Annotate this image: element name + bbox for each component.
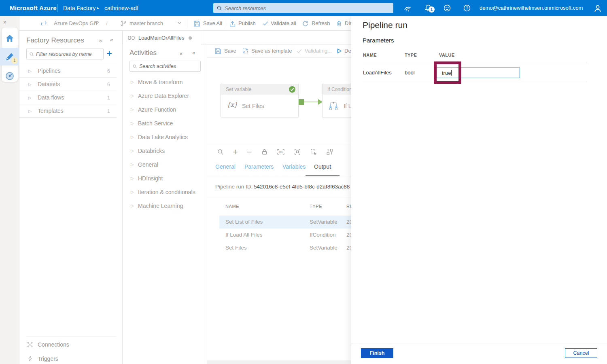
feedback-signal-icon[interactable]: [403, 4, 412, 13]
chevron-right-icon[interactable]: ▷: [131, 144, 134, 158]
table-row[interactable]: Set Files SetVariable 2019: [207, 241, 351, 254]
activity-category[interactable]: ▷Machine Learning: [123, 199, 207, 213]
notifications-bell-icon[interactable]: 1: [424, 4, 433, 13]
divider: [363, 82, 587, 82]
refresh-button[interactable]: Refresh: [312, 16, 330, 30]
activity-category[interactable]: ▷Databricks: [123, 144, 207, 158]
account-email[interactable]: demo@cathrinewilhelmsen.onmicrosoft.com: [480, 0, 583, 16]
chevron-down-icon[interactable]: [177, 21, 184, 28]
activities-search-input[interactable]: [139, 63, 198, 69]
tab-loadmainorallfiles[interactable]: LoadMainOrAllFiles: [123, 31, 201, 45]
tree-item-datasets[interactable]: ▷ Datasets 6: [19, 78, 117, 91]
feedback-smiley-icon[interactable]: [443, 4, 452, 13]
finish-button[interactable]: Finish: [361, 348, 393, 358]
activity-name: If Load All Files: [344, 95, 351, 117]
category-label: General: [138, 158, 158, 171]
chevron-right-icon[interactable]: ▷: [131, 171, 134, 185]
parameter-type: bool: [405, 68, 415, 78]
zoom-100-icon[interactable]: 00%: [277, 148, 285, 155]
activity-category[interactable]: ▷General: [123, 158, 207, 171]
chevron-right-icon[interactable]: ▷: [131, 116, 134, 130]
azure-brand[interactable]: Microsoft Azure: [10, 0, 57, 16]
save-all-button[interactable]: Save All: [203, 16, 222, 30]
collapse-all-icon[interactable]: «: [97, 40, 103, 42]
tab-output[interactable]: Output: [306, 159, 340, 176]
chevron-right-icon[interactable]: ▷: [28, 64, 32, 78]
table-row[interactable]: If Load All Files IfCondition 2019: [207, 229, 351, 241]
help-icon[interactable]: ?: [463, 4, 472, 13]
activity-category[interactable]: ▷Azure Function: [123, 103, 207, 116]
horizontal-scrollbar[interactable]: [207, 360, 351, 364]
branch-selector[interactable]: master branch: [129, 16, 163, 30]
collapse-all-icon[interactable]: «: [178, 53, 184, 55]
validate-all-button[interactable]: Validate all: [271, 16, 296, 30]
chevron-right-icon[interactable]: ▷: [28, 78, 32, 91]
tab-parameters[interactable]: Parameters: [244, 159, 274, 175]
panel-title: Activities: [129, 49, 157, 57]
activity-type: If Condition: [323, 84, 351, 95]
connections-item[interactable]: Connections: [19, 338, 117, 351]
tree-item-data-flows[interactable]: ▷ Data flows 1: [19, 91, 117, 104]
tree-item-pipelines[interactable]: ▷ Pipelines 6: [19, 64, 117, 78]
publish-button[interactable]: Publish: [238, 16, 256, 30]
repo-selector[interactable]: Azure DevOps GIT: [54, 16, 98, 30]
breadcrumb-app[interactable]: Data Factory: [63, 0, 96, 16]
canvas-search-icon[interactable]: [217, 148, 224, 155]
account-person-icon[interactable]: [593, 4, 602, 13]
activity-node-if-condition[interactable]: If Condition If Load All Files: [322, 84, 351, 117]
activity-category[interactable]: ▷Iteration & conditionals: [123, 185, 207, 199]
auto-align-icon[interactable]: [326, 148, 333, 155]
collapse-panel-icon[interactable]: «: [110, 37, 113, 43]
resource-filter-input[interactable]: [36, 51, 101, 57]
resource-filter[interactable]: [26, 49, 104, 59]
save-all-icon: [193, 20, 200, 27]
nav-author[interactable]: 1: [0, 48, 19, 66]
tree-item-templates[interactable]: ▷ Templates 1: [19, 104, 117, 118]
activities-search[interactable]: [129, 61, 201, 72]
save-as-template-button[interactable]: Save as template: [251, 44, 292, 57]
add-resource-button[interactable]: +: [106, 48, 112, 59]
fit-to-screen-icon[interactable]: [294, 148, 301, 155]
chevron-right-icon[interactable]: ▷: [131, 75, 134, 89]
connector-line: [304, 102, 318, 102]
output-table: NAME TYPE RUN START Set List of Files Se…: [207, 197, 351, 270]
nav-monitor[interactable]: [0, 67, 19, 85]
chevron-right-icon[interactable]: ▷: [28, 91, 32, 104]
save-button[interactable]: Save: [224, 44, 236, 57]
lock-icon[interactable]: [261, 148, 268, 155]
zoom-in-icon[interactable]: +: [233, 148, 238, 155]
expand-rail-icon[interactable]: »: [3, 19, 6, 25]
activity-category[interactable]: ▷Move & transform: [123, 75, 207, 89]
chevron-right-icon[interactable]: ▷: [131, 158, 134, 171]
search-input[interactable]: [225, 5, 390, 11]
zoom-out-icon[interactable]: −: [247, 148, 252, 155]
collapse-panel-icon[interactable]: «: [192, 50, 195, 56]
chevron-down-icon[interactable]: [95, 21, 101, 28]
chevron-right-icon[interactable]: ▷: [131, 199, 134, 213]
category-label: Databricks: [138, 144, 165, 158]
tab-variables[interactable]: Variables: [282, 159, 306, 175]
run-id-value: 542016c8-e5ef-4fd5-bf8c-d2af8f63ac88: [254, 177, 350, 197]
chevron-right-icon[interactable]: ▷: [28, 104, 32, 118]
chevron-right-icon[interactable]: ▷: [131, 103, 134, 116]
chevron-right-icon[interactable]: ▷: [131, 89, 134, 103]
global-search[interactable]: [213, 3, 393, 13]
table-row[interactable]: Set List of Files SetVariable 2019: [219, 216, 351, 229]
tab-general[interactable]: General: [215, 159, 236, 175]
cancel-button[interactable]: Cancel: [565, 348, 597, 358]
nav-home[interactable]: [0, 29, 19, 47]
chevron-right-icon[interactable]: ▷: [131, 185, 134, 199]
activity-node-set-variable[interactable]: Set variable {x} Set Files: [221, 84, 299, 117]
activity-category[interactable]: ▷HDInsight: [123, 171, 207, 185]
tree-item-label: Datasets: [38, 78, 60, 91]
pipeline-run-info: Pipeline run ID: 542016c8-e5ef-4fd5-bf8c…: [207, 177, 351, 197]
activity-category[interactable]: ▷Data Lake Analytics: [123, 130, 207, 144]
connector-port[interactable]: [299, 99, 304, 105]
activity-category[interactable]: ▷Azure Data Explorer: [123, 89, 207, 103]
multi-select-icon[interactable]: [310, 148, 317, 155]
pipeline-canvas[interactable]: Set variable {x} Set Files If Condition …: [207, 58, 351, 145]
chevron-right-icon[interactable]: ▷: [131, 130, 134, 144]
triggers-item[interactable]: Triggers: [19, 352, 117, 364]
breadcrumb-resource[interactable]: cathrinew-adf: [104, 0, 138, 16]
activity-category[interactable]: ▷Batch Service: [123, 116, 207, 130]
